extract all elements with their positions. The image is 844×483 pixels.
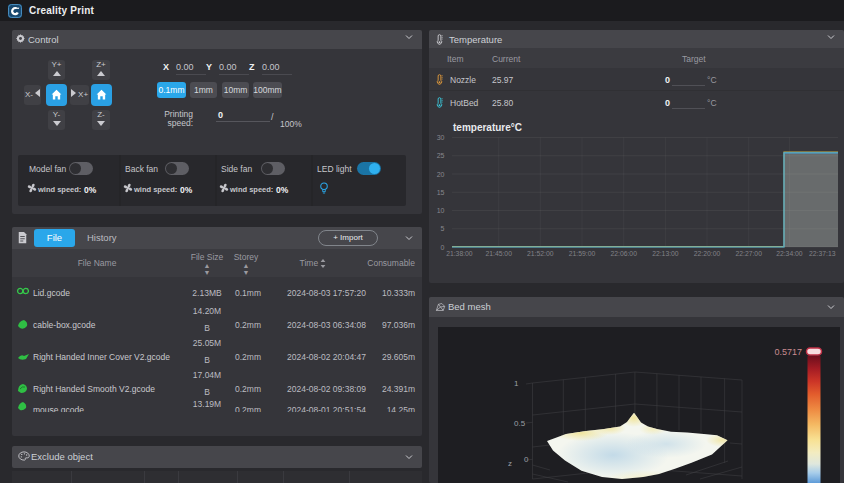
svg-text:21:45:00: 21:45:00 bbox=[485, 250, 512, 257]
svg-text:10: 10 bbox=[437, 207, 445, 214]
svg-text:15: 15 bbox=[437, 189, 445, 196]
svg-text:21:59:00: 21:59:00 bbox=[569, 250, 596, 257]
svg-text:z: z bbox=[508, 459, 512, 468]
svg-text:5: 5 bbox=[441, 225, 445, 232]
svg-text:1: 1 bbox=[514, 379, 519, 388]
svg-text:22:06:00: 22:06:00 bbox=[610, 250, 637, 257]
svg-text:0: 0 bbox=[524, 455, 529, 464]
svg-text:25: 25 bbox=[437, 152, 445, 159]
svg-text:30: 30 bbox=[437, 134, 445, 141]
svg-text:22:13:00: 22:13:00 bbox=[652, 250, 679, 257]
svg-text:0.5: 0.5 bbox=[514, 419, 526, 428]
svg-text:22:34:00: 22:34:00 bbox=[776, 250, 803, 257]
svg-text:20: 20 bbox=[437, 171, 445, 178]
svg-text:0: 0 bbox=[441, 244, 445, 251]
svg-text:0.5717: 0.5717 bbox=[774, 347, 802, 357]
svg-text:21:52:00: 21:52:00 bbox=[527, 250, 554, 257]
svg-text:22:20:00: 22:20:00 bbox=[694, 250, 721, 257]
svg-text:22:37:13: 22:37:13 bbox=[809, 250, 836, 257]
svg-text:21:38:00: 21:38:00 bbox=[446, 250, 473, 257]
svg-text:22:27:00: 22:27:00 bbox=[735, 250, 762, 257]
